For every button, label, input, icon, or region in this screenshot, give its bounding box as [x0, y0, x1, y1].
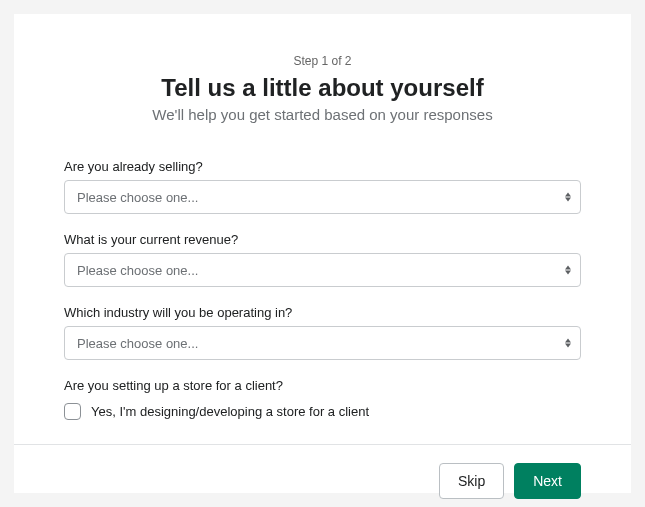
selling-select[interactable]: Please choose one...	[64, 180, 581, 214]
footer: Skip Next	[14, 445, 631, 507]
industry-label: Which industry will you be operating in?	[64, 305, 581, 320]
selling-select-wrap: Please choose one...	[64, 180, 581, 214]
header: Step 1 of 2 Tell us a little about yours…	[64, 54, 581, 123]
onboarding-card: Step 1 of 2 Tell us a little about yours…	[14, 14, 631, 493]
industry-select[interactable]: Please choose one...	[64, 326, 581, 360]
selling-label: Are you already selling?	[64, 159, 581, 174]
form-group-selling: Are you already selling? Please choose o…	[64, 159, 581, 214]
revenue-label: What is your current revenue?	[64, 232, 581, 247]
skip-button[interactable]: Skip	[439, 463, 504, 499]
form-group-client: Are you setting up a store for a client?…	[64, 378, 581, 420]
form-group-industry: Which industry will you be operating in?…	[64, 305, 581, 360]
client-checkbox[interactable]	[64, 403, 81, 420]
revenue-select[interactable]: Please choose one...	[64, 253, 581, 287]
page-subtitle: We'll help you get started based on your…	[64, 106, 581, 123]
form-group-revenue: What is your current revenue? Please cho…	[64, 232, 581, 287]
content-area: Step 1 of 2 Tell us a little about yours…	[14, 14, 631, 445]
client-checkbox-row: Yes, I'm designing/developing a store fo…	[64, 403, 581, 420]
industry-select-wrap: Please choose one...	[64, 326, 581, 360]
revenue-select-wrap: Please choose one...	[64, 253, 581, 287]
client-label: Are you setting up a store for a client?	[64, 378, 581, 393]
page-title: Tell us a little about yourself	[64, 74, 581, 102]
next-button[interactable]: Next	[514, 463, 581, 499]
client-checkbox-label[interactable]: Yes, I'm designing/developing a store fo…	[91, 404, 369, 419]
step-indicator: Step 1 of 2	[64, 54, 581, 68]
